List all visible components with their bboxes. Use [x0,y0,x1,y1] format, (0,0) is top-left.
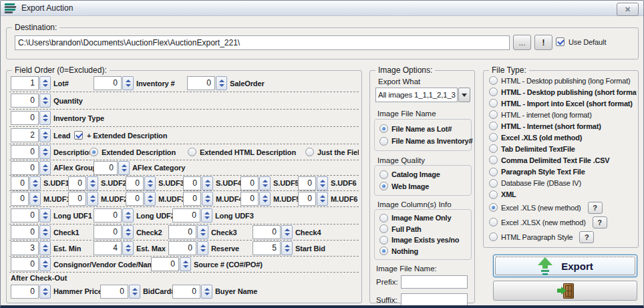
spin-up-icon[interactable] [43,80,48,82]
spin-value[interactable]: 0 [11,225,39,239]
spin-description[interactable]: 0 [11,145,51,159]
radio-file-name-as-lot[interactable]: File Name as Lot# [379,124,466,133]
spin-value[interactable]: 0 [183,176,201,190]
spin-down-icon[interactable] [43,119,48,122]
spin-value[interactable]: 3 [11,241,39,255]
help-button[interactable]: ? [579,231,594,243]
spin-value[interactable]: 0 [298,176,316,190]
spin-stepper[interactable] [201,285,212,299]
spin-check1[interactable]: 0 [11,225,51,239]
spin-value[interactable]: 0 [11,111,39,125]
spin-sudf6[interactable]: 0 [298,176,328,190]
spin-up-icon[interactable] [43,97,48,100]
spin-down-icon[interactable] [200,249,206,252]
spin-down-icon[interactable] [320,184,325,187]
spin-stepper[interactable] [129,285,140,299]
spin-up-icon[interactable] [285,245,290,247]
spin-stepper[interactable] [39,145,51,159]
spin-value[interactable]: 0 [94,76,122,90]
spin-down-icon[interactable] [43,136,48,139]
spin-value[interactable]: 0 [298,192,316,206]
spin-stepper[interactable] [259,192,271,206]
spin-stepper[interactable] [122,225,134,239]
spin-stepper[interactable] [29,192,41,206]
spin-up-icon[interactable] [90,195,96,198]
spin-down-icon[interactable] [148,184,153,187]
radio-nothing[interactable]: Nothing [379,247,466,255]
spin-value[interactable]: 0 [68,192,86,206]
spin-sudf3[interactable]: 0 [126,176,156,190]
file-type-option[interactable]: HTML - Internet (short format) [489,122,637,130]
spin-stepper[interactable] [39,285,51,299]
spin-up-icon[interactable] [219,80,224,82]
spin-long-udf1[interactable]: 0 [11,208,51,222]
spin-value[interactable]: 0 [253,225,281,239]
spin-stepper[interactable] [281,241,293,255]
spin-stepper[interactable] [29,176,41,190]
file-type-option[interactable]: HTML - Desktop publishing (long Format) [489,76,637,85]
spin-up-icon[interactable] [148,180,153,182]
spin-up-icon[interactable] [263,195,268,198]
spin-consignor[interactable]: 0 [11,257,51,271]
spin-down-icon[interactable] [126,84,131,87]
radio-web-image[interactable]: Web Image [379,182,466,190]
spin-down-icon[interactable] [90,200,96,202]
spin-value[interactable]: 0 [11,94,39,108]
spin-up-icon[interactable] [320,180,325,182]
spin-down-icon[interactable] [33,184,38,187]
spin-value[interactable]: 0 [100,285,128,299]
spin-mudf1[interactable]: 0 [11,192,41,206]
spin-mudf6[interactable]: 0 [298,192,328,206]
spin-value[interactable]: 0 [240,192,259,206]
spin-long-udf2[interactable]: 0 [94,208,134,222]
radio-extended-description[interactable]: Extended Description [90,148,176,156]
spin-stepper[interactable] [122,76,134,90]
spin-up-icon[interactable] [33,195,38,198]
spin-value[interactable]: 0 [11,176,29,190]
spin-down-icon[interactable] [132,293,138,295]
spin-mudf3[interactable]: 0 [126,192,156,206]
spin-aflex-group[interactable]: 0 [11,161,51,175]
spin-value[interactable]: 0 [11,285,39,299]
spin-stepper[interactable] [202,176,213,190]
spin-up-icon[interactable] [205,195,210,198]
file-type-option[interactable]: Excel .XLS (old method) [489,133,637,142]
spin-stepper[interactable] [122,241,134,255]
spin-sudf1[interactable]: 0 [11,176,41,190]
export-what-dropdown[interactable]: All images 1_1,1_2,1_3 [375,88,470,102]
spin-sudf5[interactable]: 0 [240,176,271,190]
title-bar[interactable]: Export Auction ✕ [1,1,643,16]
spin-value[interactable]: 2 [11,128,39,142]
close-button[interactable]: ✕ [617,3,639,16]
radio-extended-html-description[interactable]: Extended HTML Description [188,148,296,156]
spin-value[interactable]: 0 [168,225,196,239]
spin-down-icon[interactable] [205,184,210,187]
spin-stepper[interactable] [216,76,227,90]
file-type-option[interactable]: HTML Paragraph Style? [489,231,637,243]
spin-lead[interactable]: 2 [11,128,51,142]
spin-up-icon[interactable] [43,164,48,167]
spin-check2[interactable]: 0 [94,225,134,239]
spin-down-icon[interactable] [43,169,48,172]
spin-up-icon[interactable] [126,245,131,247]
spin-reserve[interactable]: 0 [168,241,208,255]
file-type-option[interactable]: Database File (DBase IV) [489,179,637,188]
spin-down-icon[interactable] [126,249,131,252]
spin-stepper[interactable] [87,176,98,190]
spin-quantity[interactable]: 0 [11,94,51,108]
spin-stepper[interactable] [122,208,134,222]
spin-inventory-type[interactable]: 0 [11,111,51,125]
spin-value[interactable]: 5 [253,241,281,255]
spin-up-icon[interactable] [33,180,38,182]
radio-image-name-only[interactable]: Image Name Only [379,214,466,222]
spin-up-icon[interactable] [204,288,210,291]
spin-up-icon[interactable] [43,228,48,231]
dropdown-button[interactable] [458,88,470,102]
spin-up-icon[interactable] [126,80,131,82]
spin-down-icon[interactable] [320,200,325,202]
spin-up-icon[interactable] [263,180,268,182]
file-type-option[interactable]: Excel .XLS (new method)? [489,202,637,214]
spin-sudf2[interactable]: 0 [68,176,98,190]
spin-mudf2[interactable]: 0 [68,192,98,206]
spin-down-icon[interactable] [183,265,188,268]
